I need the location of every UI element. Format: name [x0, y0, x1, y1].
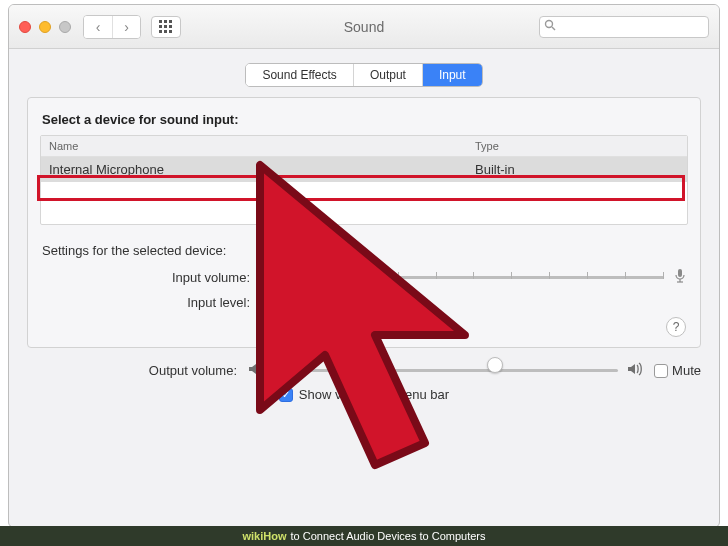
svg-rect-11 [266, 269, 270, 277]
svg-rect-6 [159, 30, 162, 33]
mute-label: Mute [672, 363, 701, 378]
caption-brand: wikiHow [242, 530, 286, 542]
show-all-button[interactable] [151, 16, 181, 38]
grid-icon [159, 20, 173, 34]
input-level-label: Input level: [40, 295, 260, 310]
output-volume-label: Output volume: [27, 363, 247, 378]
input-panel: Select a device for sound input: Name Ty… [27, 97, 701, 348]
speaker-low-icon [247, 362, 265, 379]
table-header: Name Type [41, 136, 687, 157]
svg-rect-0 [159, 20, 162, 23]
show-volume-row: Show volume in menu bar [27, 387, 701, 402]
input-volume-label: Input volume: [40, 270, 260, 285]
search-icon [544, 19, 556, 34]
close-icon[interactable] [19, 21, 31, 33]
svg-rect-5 [169, 25, 172, 28]
input-level-row: Input level: [40, 295, 688, 310]
minimize-icon[interactable] [39, 21, 51, 33]
slider-knob[interactable] [487, 357, 503, 373]
tab-output[interactable]: Output [353, 64, 422, 86]
show-volume-checkbox[interactable] [279, 388, 293, 402]
input-level-meter [260, 296, 688, 310]
input-volume-slider[interactable] [284, 270, 664, 286]
svg-rect-3 [159, 25, 162, 28]
zoom-icon[interactable] [59, 21, 71, 33]
ambient-row: Use ambient noise reduction [40, 318, 688, 333]
svg-rect-2 [169, 20, 172, 23]
select-device-label: Select a device for sound input: [42, 112, 686, 127]
caption-text: to Connect Audio Devices to Computers [290, 530, 485, 542]
output-volume-area: Output volume: Mute Show volume in menu … [27, 362, 701, 402]
output-volume-row: Output volume: Mute [27, 362, 701, 379]
tab-sound-effects[interactable]: Sound Effects [246, 64, 353, 86]
svg-rect-14 [678, 269, 682, 277]
search-input[interactable] [539, 16, 709, 38]
input-volume-row: Input volume: [40, 268, 688, 287]
forward-button[interactable]: › [112, 16, 140, 38]
help-button[interactable]: ? [666, 317, 686, 337]
svg-point-9 [546, 20, 553, 27]
caption-bar: wikiHow to Connect Audio Devices to Comp… [0, 526, 728, 546]
table-row[interactable]: Internal Microphone Built-in [41, 157, 687, 182]
search-field-wrap [539, 16, 709, 38]
mic-low-icon [260, 268, 276, 287]
mute-checkbox[interactable] [654, 364, 668, 378]
col-header-name: Name [41, 136, 467, 156]
table-empty-space [41, 182, 687, 224]
svg-rect-7 [164, 30, 167, 33]
ambient-checkbox[interactable] [272, 319, 286, 333]
tab-input[interactable]: Input [422, 64, 482, 86]
mic-high-icon [672, 268, 688, 287]
svg-line-10 [552, 27, 555, 30]
svg-rect-4 [164, 25, 167, 28]
titlebar: ‹ › Sound [9, 5, 719, 49]
tabs: Sound Effects Output Input [9, 63, 719, 87]
nav-buttons: ‹ › [83, 15, 141, 39]
device-table: Name Type Internal Microphone Built-in [40, 135, 688, 225]
svg-rect-8 [169, 30, 172, 33]
settings-for-device-label: Settings for the selected device: [42, 243, 686, 258]
output-volume-slider[interactable] [273, 363, 618, 379]
segmented-control: Sound Effects Output Input [245, 63, 482, 87]
device-name: Internal Microphone [41, 157, 467, 182]
show-volume-label: Show volume in menu bar [299, 387, 449, 402]
device-type: Built-in [467, 157, 687, 182]
preferences-window: ‹ › Sound Sound Effects Output Input [8, 4, 720, 528]
svg-rect-1 [164, 20, 167, 23]
back-button[interactable]: ‹ [84, 16, 112, 38]
traffic-lights [19, 21, 71, 33]
ambient-label: Use ambient noise reduction [292, 318, 457, 333]
speaker-high-icon [626, 362, 644, 379]
col-header-type: Type [467, 136, 687, 156]
